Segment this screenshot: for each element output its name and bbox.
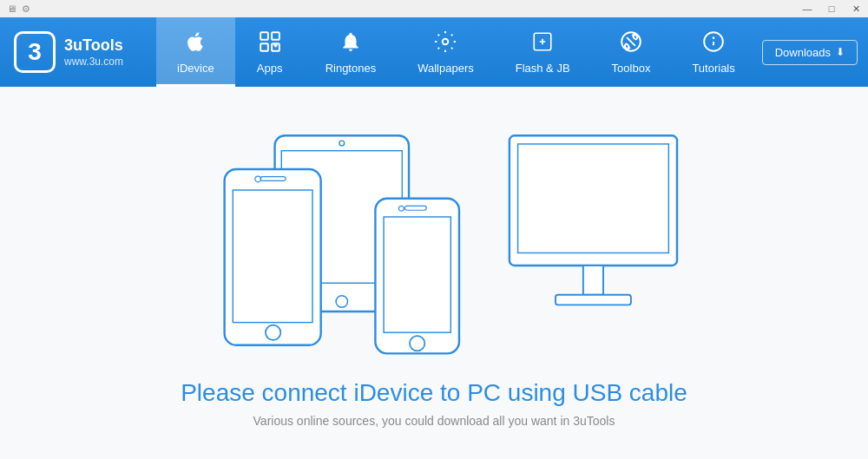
logo-area: 3 3uTools www.3u.com xyxy=(0,17,156,87)
downloads-button[interactable]: Downloads ⬇ xyxy=(762,40,858,65)
svg-rect-0 xyxy=(260,32,268,40)
tab-wallpapers[interactable]: Wallpapers xyxy=(397,17,495,87)
tab-apps-label: Apps xyxy=(257,62,283,75)
toolbox-icon xyxy=(620,30,642,58)
logo-title: 3uTools xyxy=(64,36,123,56)
minimize-button[interactable]: — xyxy=(795,0,819,17)
device-illustration xyxy=(174,119,694,362)
download-arrow-icon: ⬇ xyxy=(836,46,845,58)
logo-text: 3uTools www.3u.com xyxy=(64,36,123,68)
nav-tabs: iDevice Apps Ringtones xyxy=(156,17,762,87)
wallpapers-icon xyxy=(434,30,457,58)
svg-rect-26 xyxy=(518,143,669,252)
tab-idevice[interactable]: iDevice xyxy=(156,17,235,87)
logo-url: www.3u.com xyxy=(64,56,123,68)
settings-icon: ⚙ xyxy=(22,3,30,15)
logo-icon: 3 xyxy=(14,31,56,73)
tab-ringtones[interactable]: Ringtones xyxy=(305,17,398,87)
tab-ringtones-label: Ringtones xyxy=(326,62,377,75)
tab-tutorials-label: Tutorials xyxy=(692,62,734,75)
header: 3 3uTools www.3u.com iDevice xyxy=(0,17,868,87)
connect-title: Please connect iDevice to PC using USB c… xyxy=(181,379,687,407)
svg-rect-21 xyxy=(384,216,450,331)
tab-toolbox[interactable]: Toolbox xyxy=(591,17,672,87)
close-button[interactable]: ✕ xyxy=(844,0,868,17)
title-bar: 🖥 ⚙ — □ ✕ xyxy=(0,0,868,17)
tab-tutorials[interactable]: Tutorials xyxy=(671,17,755,87)
bell-icon xyxy=(339,30,362,58)
flash-icon xyxy=(531,30,554,58)
svg-rect-16 xyxy=(233,190,312,323)
info-icon xyxy=(702,30,725,58)
system-tray-icon: 🖥 xyxy=(7,3,16,14)
tab-toolbox-label: Toolbox xyxy=(612,62,651,75)
tab-wallpapers-label: Wallpapers xyxy=(418,62,474,75)
tab-apps[interactable]: Apps xyxy=(235,17,305,87)
main-content: Please connect iDevice to PC using USB c… xyxy=(0,87,868,459)
connect-subtitle: Various online sources, you could downlo… xyxy=(253,414,615,428)
maximize-button[interactable]: □ xyxy=(819,0,844,17)
svg-rect-2 xyxy=(260,43,268,51)
svg-rect-1 xyxy=(272,32,279,40)
downloads-label: Downloads xyxy=(775,46,831,59)
svg-rect-28 xyxy=(556,294,631,305)
tab-idevice-label: iDevice xyxy=(177,62,214,75)
svg-point-4 xyxy=(443,38,449,44)
apple-icon xyxy=(184,30,207,58)
tab-flash[interactable]: Flash & JB xyxy=(495,17,591,87)
apps-icon xyxy=(259,30,281,58)
tab-flash-label: Flash & JB xyxy=(516,62,570,75)
svg-rect-27 xyxy=(583,265,603,294)
logo-number: 3 xyxy=(28,40,42,64)
